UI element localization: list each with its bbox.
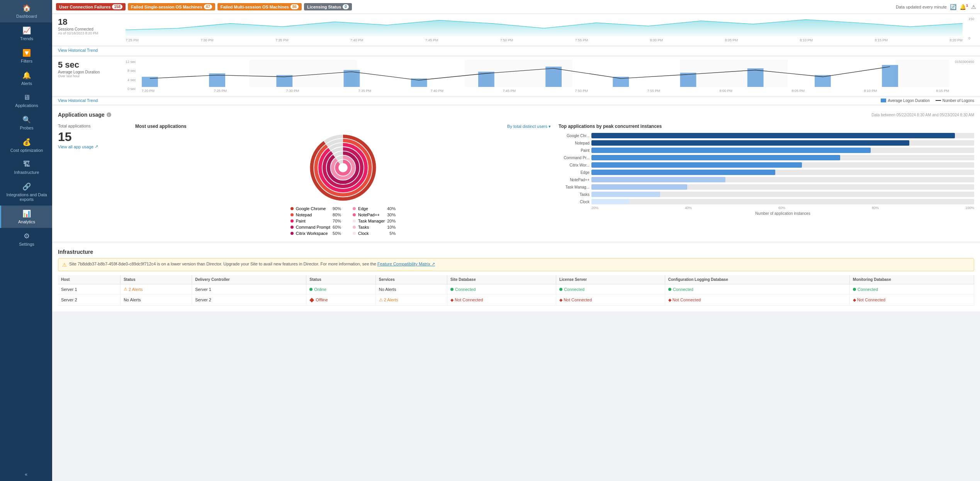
col-monitoring: Monitoring Database bbox=[849, 275, 974, 284]
bar-track bbox=[591, 170, 974, 175]
fms-count: 86 bbox=[290, 4, 299, 9]
svg-rect-13 bbox=[747, 68, 763, 87]
bar-label: Task Manag... bbox=[559, 185, 589, 189]
services2-alerts-link[interactable]: ⚠ 2 Alerts bbox=[379, 297, 444, 303]
config-log2-link[interactable]: ◆ Not Connected bbox=[668, 297, 846, 303]
top-apps-bar-chart: Google Chr... Notepad Paint Command bbox=[559, 133, 974, 204]
sidebar-collapse-button[interactable]: « bbox=[0, 468, 52, 481]
warning-triangle-icon: ⚠ bbox=[62, 262, 67, 268]
legend-name: Edge bbox=[358, 206, 368, 211]
logon-legend-logons: Number of Logons bbox=[936, 99, 974, 103]
bar-x-labels: 20%40%60%80%100% bbox=[591, 206, 974, 210]
sort-dropdown[interactable]: By total distinct users ▾ bbox=[507, 124, 551, 129]
sessions-value: 18 bbox=[58, 17, 120, 27]
cell-license: ◆ Not Connected bbox=[556, 294, 665, 306]
logon-chart-footer: View Historical Trend Average Logon Dura… bbox=[52, 97, 980, 104]
topbar: User Connection Failures 158 Failed Sing… bbox=[52, 0, 980, 14]
app-info-icon[interactable]: i bbox=[107, 112, 111, 117]
sidebar-item-settings[interactable]: ⚙ Settings bbox=[0, 228, 52, 250]
diamond-icon: ◆ bbox=[450, 297, 453, 303]
failed-multi-session-badge[interactable]: Failed Multi-session OS Machines 86 bbox=[217, 3, 302, 10]
bar-label: Citrix Wor... bbox=[559, 163, 589, 167]
sidebar-item-applications[interactable]: 🖥 Applications bbox=[0, 90, 52, 112]
view-all-app-usage-link[interactable]: View all app usage ↗ bbox=[58, 144, 127, 149]
bar-x-title: Number of application instances bbox=[591, 211, 974, 216]
main-area: User Connection Failures 158 Failed Sing… bbox=[52, 0, 980, 481]
legend-pct: 5% bbox=[389, 231, 396, 236]
site-db2-link[interactable]: ◆ Not Connected bbox=[450, 297, 553, 303]
bar-track bbox=[591, 192, 974, 197]
cell-dc-status: ◆ Offline bbox=[306, 294, 376, 306]
sidebar-item-cost-optimization[interactable]: 💰 Cost optimization bbox=[0, 134, 52, 156]
bar-track bbox=[591, 184, 974, 190]
bell-icon[interactable]: 🔔1 bbox=[960, 3, 968, 10]
sidebar-item-label: Infrastructure bbox=[14, 170, 39, 175]
sidebar-item-trends[interactable]: 📈 Trends bbox=[0, 22, 52, 45]
logon-time-axis: 7:20 PM7:25 PM7:30 PM7:35 PM7:40 PM7:45 … bbox=[142, 89, 949, 93]
infrastructure-icon: 🏗 bbox=[23, 160, 30, 168]
sessions-time-axis: 7:25 PM7:30 PM7:35 PM7:40 PM7:45 PM7:50 … bbox=[126, 38, 963, 42]
sidebar-item-dashboard[interactable]: 🏠 Dashboard bbox=[0, 0, 52, 22]
user-connection-failures-badge[interactable]: User Connection Failures 158 bbox=[56, 3, 126, 10]
sessions-view-trend-link[interactable]: View Historical Trend bbox=[58, 48, 98, 53]
logon-sparkline bbox=[142, 60, 949, 87]
diamond-icon: ◆ bbox=[668, 297, 671, 303]
legend-dot bbox=[353, 232, 356, 235]
legend-name: Tasks bbox=[358, 225, 369, 229]
legend-name: Citrix Workspace bbox=[296, 231, 328, 236]
sidebar-item-alerts[interactable]: 🔔 Alerts bbox=[0, 67, 52, 90]
legend-pct: 60% bbox=[333, 225, 341, 229]
refresh-icon[interactable]: 🔄 bbox=[950, 4, 956, 10]
infra-warning: ⚠ Site 7b8ddb37-b8b7-459f-8de0-c89dc9f71… bbox=[58, 258, 974, 271]
svg-rect-10 bbox=[545, 67, 562, 87]
legend-name: NotePad++ bbox=[358, 212, 380, 217]
license2-link[interactable]: ◆ Not Connected bbox=[559, 297, 662, 303]
bar-track bbox=[591, 199, 974, 204]
dc1-status: Online bbox=[309, 287, 372, 292]
legend-citrix-workspace: Citrix Workspace 50% bbox=[290, 231, 341, 236]
ls-count: 0 bbox=[343, 4, 349, 9]
fss-count: 47 bbox=[204, 4, 212, 9]
table-row: Server 1 ⚠ 2 Alerts Server 1 Online bbox=[58, 284, 974, 294]
legend-name: Paint bbox=[296, 219, 306, 223]
sidebar-item-label: Integrations and Data exports bbox=[3, 192, 50, 202]
bar-label: Edge bbox=[559, 170, 589, 175]
legend-dot bbox=[290, 207, 294, 210]
bar-track bbox=[591, 155, 974, 160]
bar-label: Paint bbox=[559, 148, 589, 153]
legend-dot bbox=[353, 213, 356, 216]
bar-track bbox=[591, 140, 974, 146]
cell-site-db: Connected bbox=[447, 284, 556, 294]
fss-label: Failed Single-session OS Machines bbox=[131, 5, 202, 9]
logon-sub: Over last hour bbox=[58, 74, 120, 78]
sidebar-item-filters[interactable]: 🔽 Filters bbox=[0, 45, 52, 67]
legend-clock: Clock 5% bbox=[353, 231, 396, 236]
sidebar-item-analytics[interactable]: 📊 Analytics bbox=[0, 206, 52, 228]
failed-single-session-badge[interactable]: Failed Single-session OS Machines 47 bbox=[128, 3, 215, 10]
logon-chart-section: 5 sec Average Logon Duration Over last h… bbox=[52, 57, 980, 96]
cell-config-log: ◆ Not Connected bbox=[665, 294, 849, 306]
licensing-status-badge[interactable]: Licensing Status 0 bbox=[304, 3, 352, 10]
cell-services: No Alerts bbox=[375, 284, 447, 294]
cost-icon: 💰 bbox=[22, 138, 31, 146]
cell-site-db: ◆ Not Connected bbox=[447, 294, 556, 306]
legend-name: Google Chrome bbox=[296, 206, 326, 211]
legend-name: Clock bbox=[358, 231, 369, 236]
svg-point-23 bbox=[340, 164, 346, 171]
bar-row: Clock bbox=[559, 199, 974, 204]
sidebar-item-label: Alerts bbox=[21, 81, 32, 86]
fms-label: Failed Multi-session OS Machines bbox=[221, 5, 289, 9]
sidebar-item-probes[interactable]: 🔍 Probes bbox=[0, 112, 52, 134]
logon-view-trend-link[interactable]: View Historical Trend bbox=[58, 98, 98, 103]
sidebar-item-integrations[interactable]: 🔗 Integrations and Data exports bbox=[0, 178, 52, 206]
cell-services: ⚠ 2 Alerts bbox=[375, 294, 447, 306]
col-status: Status bbox=[120, 275, 192, 284]
host1-alerts-link[interactable]: ⚠ 2 Alerts bbox=[124, 287, 189, 292]
bar-row: Paint bbox=[559, 148, 974, 153]
feature-compatibility-link[interactable]: Feature Compatibility Matrix ↗ bbox=[377, 262, 435, 266]
legend-google-chrome: Google Chrome 90% bbox=[290, 206, 341, 211]
sessions-sparkline bbox=[126, 17, 963, 36]
sidebar-item-infrastructure[interactable]: 🏗 Infrastructure bbox=[0, 156, 52, 178]
monitoring2-link[interactable]: ◆ Not Connected bbox=[853, 297, 971, 303]
warning-icon[interactable]: ⚠ bbox=[971, 4, 976, 10]
